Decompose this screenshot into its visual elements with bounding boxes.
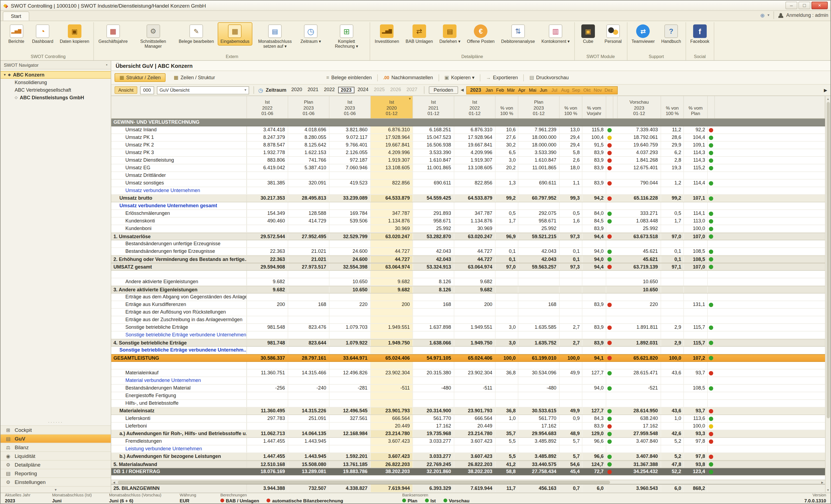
table-row[interactable]: Erträge aus der Zuschreibung in das Anla… [111,316,825,324]
month-mär[interactable]: Mär [506,87,516,93]
table-row[interactable]: GEWINN- UND VERLUSTRECHNUNG [111,119,825,126]
table-row[interactable]: 1. Umsatzerlöse29.572.54427.952.49532.52… [111,233,825,240]
sidebar-item-einstellungen[interactable]: ⚙Einstellungen [1,477,111,486]
sidebar-item-reporting[interactable]: ▤Reporting [1,469,111,477]
table-row[interactable]: UMSATZ gesamt29.594.90827.973.51732.554.… [111,263,825,271]
table-row[interactable] [111,362,825,369]
splitter-grip[interactable]: ······ [1,420,111,425]
scroll-down-icon[interactable]: ▼ [827,487,829,493]
column-header[interactable]: % von100 % [560,96,582,118]
column-header[interactable]: % vomVorjahr [582,96,606,118]
ribbon-button-dashboard[interactable]: ◔Dashboard [29,22,56,46]
table-row[interactable]: Andere aktivierte Eigenleistungen9.68210… [111,278,825,286]
sidebar-item-bilanz[interactable]: ⚖Bilanz [1,443,111,451]
table-row[interactable]: Erträge aus dem Abgang von Gegenständen … [111,294,825,301]
column-header[interactable]: Plan202301-06 [288,96,329,118]
year-2022[interactable]: 2022 [322,87,337,93]
ribbon-button-zeitraum[interactable]: ◷Zeitraum ▾ [298,22,324,46]
tab-start[interactable]: Start [3,11,29,21]
table-row[interactable]: Energiestoffe Fertigung [111,392,825,400]
table-row[interactable]: 2. Erhöhung oder Verminderung des Bestan… [111,256,825,263]
table-row[interactable]: Umsatz verbundene Unternehmen gesamt [111,202,825,210]
table-row[interactable]: Umsatz EG6.419.0425.387.4107.060.94613.1… [111,165,825,172]
column-header[interactable]: % von100 % [495,96,518,118]
column-header[interactable]: Ist202201-06 [247,96,288,118]
sidebar-item-liquidität[interactable]: ◉Liquidität [1,451,111,460]
month-nov[interactable]: Nov [593,87,603,93]
ribbon-button-facebook[interactable]: fFacebook [687,22,712,46]
toolbar-exportieren[interactable]: →Exportieren [484,75,520,80]
year-2025[interactable]: 2025 [372,87,387,93]
table-row[interactable]: Umsatz Drittländer [111,172,825,180]
scroll-right-icon[interactable]: ▶ [820,480,825,484]
ribbon-button-teamviewer[interactable]: ⇄Teamviewer [629,22,657,46]
tree-item-abc-konzern[interactable]: ▾◆ABC Konzern [1,71,111,79]
expander-icon[interactable]: ▾ [4,73,6,77]
table-row[interactable]: 25. BILANZGEWINN3.944.388732.5074.338.82… [111,484,825,493]
table-row[interactable]: DB 1 / ROHERTRAG18.076.16913.289.08119.8… [111,468,825,476]
month-okt[interactable]: Okt [581,87,593,93]
scroll-right-icon[interactable]: ▶ [824,88,827,92]
ribbon-button-investitionen[interactable]: ▂▅▇Investitionen [372,22,402,46]
ribbon-button-cube[interactable]: ▣Cube [576,22,600,46]
table-row[interactable]: 4. Sonstige betriebliche Erträge981.7488… [111,339,825,347]
table-row[interactable]: Umsatz Dienstleistung883.806741.766972.1… [111,157,825,165]
month-jun[interactable]: Jun [538,87,549,93]
table-row[interactable]: Lieferskonti297.783251.091327.561666.564… [111,415,825,423]
table-row[interactable]: 5. Materialaufwand12.510.16815.508.08013… [111,461,825,468]
ribbon-button-geschäftsjahre[interactable]: ▦Geschäftsjahre [96,22,131,46]
column-header[interactable]: Ist202101-12 [413,96,454,118]
ribbon-button-personal[interactable]: Personal [601,22,625,46]
sidebar-item-guv[interactable]: ▤GuV [1,434,111,443]
column-header[interactable]: Plan202301-12 [518,96,560,118]
column-header[interactable]: Ist202001-12▼ [371,96,413,118]
table-row[interactable]: Erträge aus der Auflösung von Rückstellu… [111,309,825,316]
table-row[interactable]: Umsatz PK 28.878.5478.125.6429.766.40119… [111,142,825,149]
sidebar-item-cockpit[interactable]: ⊞Cockpit [1,425,111,434]
table-row[interactable]: Umsatz PK 31.932.7781.622.1532.126.0554.… [111,149,825,157]
ribbon-button-kontokorrent[interactable]: ▥Kontokorrent ▾ [539,22,572,46]
table-row[interactable]: Sonstige betriebliche Erträge verbundene… [111,347,825,354]
column-header[interactable]: % von100 % [661,96,684,118]
ribbon-button-komplett-rechnung[interactable]: ⊞Komplett Rechnung ▾ [325,22,368,51]
table-row[interactable]: Sonstige betriebliche Erträge981.548823.… [111,324,825,331]
table-row[interactable]: Materialeinsatz11.360.49514.315.22612.49… [111,408,825,415]
column-header[interactable]: Ist202201-12 [454,96,495,118]
ribbon-button-monatsabschluss-setzen-auf[interactable]: ▤Monatsabschluss setzen auf ▾ [253,22,297,51]
year-2026[interactable]: 2026 [388,87,403,93]
table-row[interactable]: Material verbundene Unternehmen [111,377,825,385]
table-row[interactable]: Bestandsänderungen Material-256-240-281-… [111,385,825,392]
collapse-nav-button[interactable]: ▾ [1,486,111,493]
tree-item-abc-dienstleistungs-gmbh[interactable]: ◇ABC Dienstleistungs GmbH [1,94,111,101]
ribbon-button-bab-umlagen[interactable]: ⇄BAB Umlagen [403,22,436,46]
month-aug[interactable]: Aug [560,87,571,93]
sidebar-item-detailpläne[interactable]: ⚙Detailpläne [1,460,111,469]
scroll-left-icon[interactable]: ◀ [111,480,117,484]
table-row[interactable]: Materialeinkauf11.360.75114.315.46612.49… [111,369,825,377]
year-2020[interactable]: 2020 [289,87,304,93]
maximize-button[interactable]: □ [798,2,810,9]
toolbar-druckvorschau[interactable]: ▤Druckvorschau [527,75,571,80]
month-mai[interactable]: Mai [527,87,538,93]
year-2023[interactable]: 2023 [338,87,354,93]
month-dez[interactable]: Dez [603,87,614,93]
table-row[interactable]: a.) Aufwendungen für Roh-, Hilfs- und Be… [111,430,825,438]
table-row[interactable]: Sonstige betriebliche Erträge verbundene… [111,331,825,339]
scrollbar-thumb[interactable] [118,480,610,484]
table-row[interactable]: Erlösschmälerungen154.349128.588169.7843… [111,210,825,217]
table-row[interactable]: Hilfs-, und Betriebsstoffe [111,400,825,408]
table-row[interactable]: Umsatz verbundene Unternehmen [111,187,825,195]
ribbon-button-berichte[interactable]: ▂▅▇Berichte [4,22,28,46]
minimize-button[interactable]: – [785,2,797,9]
struktur-zeilen-toggle[interactable]: ▦ Struktur / Zeilen [115,73,166,82]
filter-icon[interactable]: ▼ [408,97,411,101]
horizontal-scrollbar[interactable]: ◀ ▶ [111,480,825,484]
column-header[interactable]: Ist202301-06 [329,96,371,118]
ansicht-code-input[interactable]: 000 [140,86,154,94]
table-row[interactable]: Umsatz brutto30.217.35328.495.81333.239.… [111,195,825,202]
zeilen-struktur-toggle[interactable]: ▦ Zeilen / Struktur [169,73,220,82]
table-row[interactable]: Lieferboni20.44917.16220.44917.16283,917… [111,423,825,430]
table-row[interactable]: Umsatz Inland3.474.4184.018.6963.821.860… [111,126,825,134]
chevron-down-icon[interactable]: ▾ [768,13,769,17]
ribbon-button-darlehen[interactable]: ▤Darlehen ▾ [437,22,463,46]
